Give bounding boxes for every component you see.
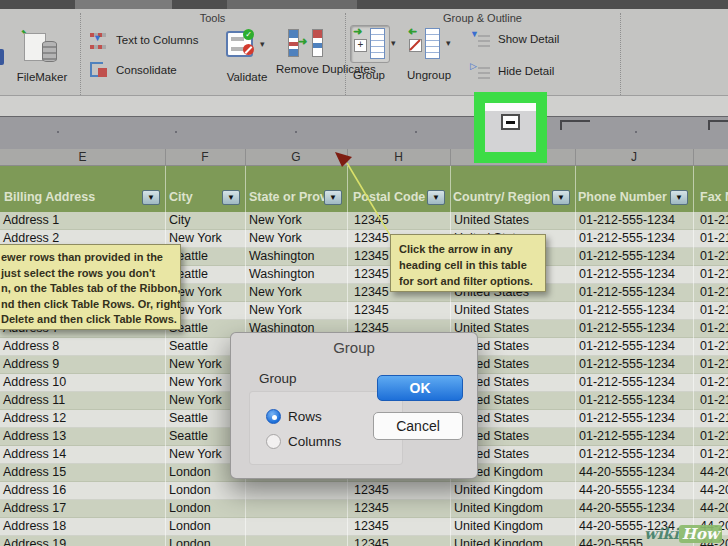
table-row[interactable]: Address 16 London 12345 United Kingdom 4… [0, 482, 728, 500]
cell-fax[interactable]: 01-21 [693, 392, 728, 410]
cell-fax[interactable]: 44-20 [693, 482, 728, 500]
cell-fax[interactable]: 01-21 [693, 410, 728, 428]
cell-phone[interactable]: 01-212-555-1234 [575, 302, 693, 320]
cell-fax[interactable]: 01-21 [693, 266, 728, 284]
cell-fax[interactable]: 01-21 [693, 230, 728, 248]
cell-fax[interactable]: 01-21 [693, 428, 728, 446]
cell-billing-address[interactable]: Address 17 [0, 500, 165, 518]
cell-fax[interactable]: 01-21 [693, 338, 728, 356]
cell-state[interactable]: New York [245, 230, 347, 248]
radio-option-rows[interactable]: Rows [266, 409, 322, 425]
cell-fax[interactable]: 44-20 [693, 500, 728, 518]
cell-phone[interactable]: 01-212-555-1234 [575, 230, 693, 248]
column-heading-e[interactable]: E [0, 150, 165, 164]
cell-fax[interactable]: 01-21 [693, 320, 728, 338]
cell-fax[interactable]: 01-21 [693, 302, 728, 320]
cell-postal-code[interactable]: 12345 [347, 500, 450, 518]
cell-billing-address[interactable]: Address 1 [0, 212, 165, 230]
cell-billing-address[interactable]: Address 12 [0, 410, 165, 428]
column-heading-g[interactable]: G [245, 150, 347, 164]
cell-phone[interactable]: 01-212-555-1234 [575, 284, 693, 302]
cell-postal-code[interactable]: 12345 [347, 518, 450, 536]
filter-arrow-city[interactable]: ▼ [222, 190, 240, 205]
cell-phone[interactable]: 44-20-5555-1234 [575, 500, 693, 518]
ungroup-button[interactable]: ➜ ▾ Ungroup [406, 25, 462, 89]
cancel-button[interactable]: Cancel [373, 412, 463, 440]
show-detail-button[interactable]: ▼ Show Detail [470, 31, 590, 51]
table-row[interactable]: Address 18 London 12345 United Kingdom 4… [0, 518, 728, 536]
cell-fax[interactable]: 01-21 [693, 446, 728, 464]
cell-phone[interactable]: 44-20-5555-1234 [575, 482, 693, 500]
cell-postal-code[interactable]: 12345 [347, 302, 450, 320]
cell-city[interactable]: City [165, 212, 245, 230]
cell-billing-address[interactable]: Address 15 [0, 464, 165, 482]
cell-country[interactable]: United Kingdom [450, 518, 575, 536]
cell-phone[interactable]: 01-212-555-1234 [575, 356, 693, 374]
cell-state[interactable]: New York [245, 284, 347, 302]
cell-phone[interactable]: 01-212-555-1234 [575, 212, 693, 230]
validate-dropdown-icon[interactable]: ▾ [260, 39, 265, 49]
radio-option-columns[interactable]: Columns [266, 434, 341, 450]
cell-billing-address[interactable]: Address 13 [0, 428, 165, 446]
cell-postal-code[interactable]: 12345 [347, 482, 450, 500]
validate-button[interactable]: ✓ ▾ Validate [226, 29, 274, 89]
ungroup-dropdown-icon[interactable]: ▾ [446, 38, 451, 48]
remove-duplicates-button[interactable]: ➜ Remove Duplicates [284, 27, 336, 93]
filter-arrow-postal-code[interactable]: ▼ [427, 190, 445, 205]
hide-detail-button[interactable]: ▷ Hide Detail [470, 63, 590, 83]
cell-fax[interactable]: 01-21 [693, 248, 728, 266]
cell-city[interactable]: London [165, 500, 245, 518]
cell-phone[interactable]: 01-212-555-1234 [575, 374, 693, 392]
cell-country[interactable]: United States [450, 302, 575, 320]
cell-city[interactable]: London [165, 536, 245, 546]
cell-fax[interactable]: 44-20 [693, 464, 728, 482]
consolidate-button[interactable]: Consolidate [90, 61, 220, 83]
cell-state[interactable]: Washington [245, 248, 347, 266]
cell-phone[interactable]: 01-212-555-1234 [575, 266, 693, 284]
cell-city[interactable]: London [165, 482, 245, 500]
cell-state[interactable] [245, 482, 347, 500]
cell-phone[interactable]: 01-212-555-1234 [575, 446, 693, 464]
cell-billing-address[interactable]: Address 8 [0, 338, 165, 356]
table-row[interactable]: Address 19 London 12345 United Kingdom 4… [0, 536, 728, 546]
cell-phone[interactable]: 01-212-555-1234 [575, 320, 693, 338]
cell-country[interactable]: United Kingdom [450, 500, 575, 518]
filter-arrow-phone[interactable]: ▼ [670, 190, 688, 205]
radio-unselected-icon[interactable] [266, 434, 281, 449]
filemaker-button[interactable]: ➘ FileMaker [14, 27, 70, 89]
cell-state[interactable]: Washington [245, 266, 347, 284]
cell-billing-address[interactable]: Address 11 [0, 392, 165, 410]
cell-state[interactable]: New York [245, 302, 347, 320]
cell-state[interactable]: New York [245, 212, 347, 230]
cell-country[interactable]: United Kingdom [450, 536, 575, 546]
cell-country[interactable]: United Kingdom [450, 482, 575, 500]
cell-billing-address[interactable]: Address 9 [0, 356, 165, 374]
cell-billing-address[interactable]: Address 18 [0, 518, 165, 536]
ok-button[interactable]: OK [377, 375, 463, 401]
cell-state[interactable] [245, 536, 347, 546]
cell-phone[interactable]: 01-212-555-1234 [575, 248, 693, 266]
cell-postal-code[interactable]: 12345 [347, 536, 450, 546]
cell-state[interactable] [245, 500, 347, 518]
cell-state[interactable] [245, 518, 347, 536]
cell-phone[interactable]: 01-212-555-1234 [575, 428, 693, 446]
cell-billing-address[interactable]: Address 19 [0, 536, 165, 546]
table-row[interactable]: Address 17 London 12345 United Kingdom 4… [0, 500, 728, 518]
cell-phone[interactable]: 01-212-555-1234 [575, 410, 693, 428]
cell-fax[interactable]: 01-21 [693, 284, 728, 302]
text-to-columns-button[interactable]: ▼ Text to Columns [90, 31, 220, 53]
column-heading-f[interactable]: F [165, 150, 245, 164]
group-dropdown-icon[interactable]: ▾ [391, 38, 396, 48]
radio-selected-icon[interactable] [266, 409, 281, 424]
cell-city[interactable]: London [165, 518, 245, 536]
cell-fax[interactable]: 01-21 [693, 212, 728, 230]
cell-fax[interactable]: 01-21 [693, 356, 728, 374]
filter-arrow-country[interactable]: ▼ [552, 190, 570, 205]
cell-billing-address[interactable]: Address 16 [0, 482, 165, 500]
cell-phone[interactable]: 01-212-555-1234 [575, 392, 693, 410]
group-button[interactable]: ➜ + ▾ Group [350, 25, 402, 89]
column-heading-j[interactable]: J [575, 150, 693, 164]
cell-phone[interactable]: 44-20-5555-1234 [575, 464, 693, 482]
collapse-outline-button[interactable] [501, 114, 520, 130]
filter-arrow-billing-address[interactable]: ▼ [142, 190, 160, 205]
